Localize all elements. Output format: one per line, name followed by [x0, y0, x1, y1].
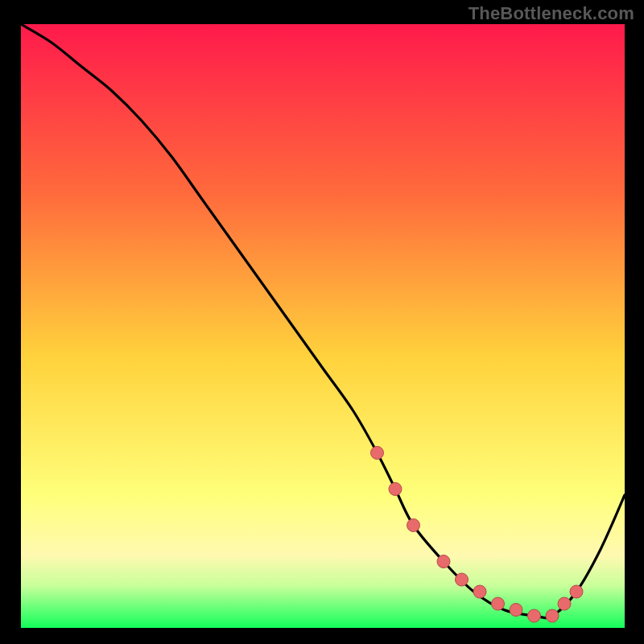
- marker-point: [528, 609, 541, 622]
- chart-frame: TheBottleneck.com: [0, 0, 644, 644]
- watermark-text: TheBottleneck.com: [469, 3, 634, 24]
- plot-area: [21, 24, 625, 628]
- marker-point: [407, 519, 420, 532]
- marker-point: [389, 483, 402, 496]
- marker-point: [456, 573, 469, 586]
- marker-point: [492, 597, 505, 610]
- marker-point: [437, 555, 450, 568]
- marker-point: [371, 447, 384, 460]
- marker-point: [473, 585, 486, 598]
- marker-point: [546, 609, 559, 622]
- marker-point: [558, 597, 571, 610]
- gradient-background: [21, 24, 625, 628]
- marker-point: [570, 585, 583, 598]
- chart-svg: [21, 24, 625, 628]
- marker-point: [510, 604, 522, 617]
